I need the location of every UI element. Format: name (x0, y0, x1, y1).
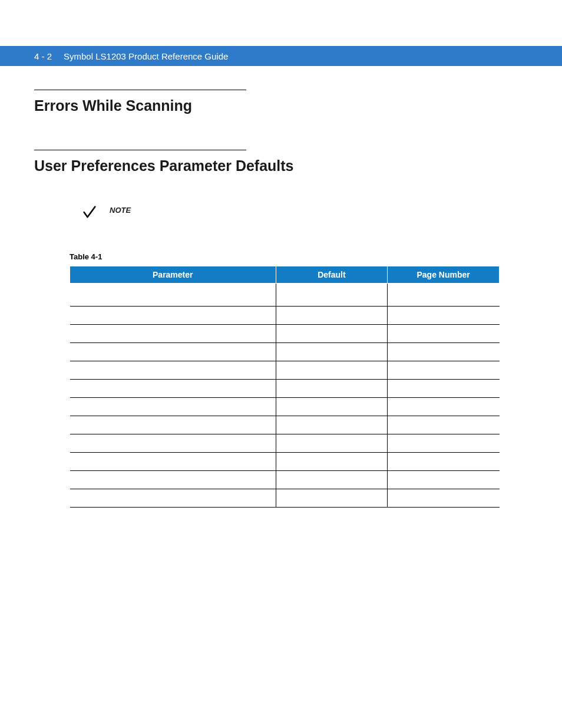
note-block: NOTE (81, 204, 528, 223)
header-title: Symbol LS1203 Product Reference Guide (64, 51, 228, 61)
cell-parameter (70, 453, 276, 471)
cell-page (388, 453, 500, 471)
cell-default (276, 453, 388, 471)
cell-page (388, 434, 500, 453)
cell-default (276, 307, 388, 325)
cell-parameter (70, 284, 276, 307)
cell-parameter (70, 380, 276, 398)
table-row (70, 284, 500, 307)
cell-default (276, 343, 388, 361)
cell-page (388, 398, 500, 416)
heading-errors-while-scanning: Errors While Scanning (34, 97, 528, 114)
cell-page (388, 284, 500, 307)
table-row (70, 398, 500, 416)
col-parameter: Parameter (70, 266, 276, 284)
cell-parameter (70, 416, 276, 434)
cell-parameter (70, 434, 276, 453)
table-row (70, 361, 500, 380)
note-label: NOTE (110, 206, 131, 215)
cell-default (276, 284, 388, 307)
cell-parameter (70, 361, 276, 380)
cell-page (388, 307, 500, 325)
cell-page (388, 343, 500, 361)
table-row (70, 307, 500, 325)
cell-parameter (70, 398, 276, 416)
table-row (70, 325, 500, 343)
cell-page (388, 380, 500, 398)
table-row (70, 453, 500, 471)
table-row (70, 343, 500, 361)
cell-parameter (70, 343, 276, 361)
cell-parameter (70, 489, 276, 508)
cell-page (388, 361, 500, 380)
page-header-bar: 4 - 2 Symbol LS1203 Product Reference Gu… (0, 46, 562, 66)
section-rule (34, 150, 246, 150)
parameter-table: Parameter Default Page Number (70, 266, 500, 508)
table-row (70, 416, 500, 434)
table-row (70, 434, 500, 453)
checkmark-icon (81, 204, 98, 223)
page-content: Errors While Scanning User Preferences P… (0, 66, 562, 508)
cell-page (388, 416, 500, 434)
cell-default (276, 489, 388, 508)
table-row (70, 471, 500, 489)
cell-page (388, 325, 500, 343)
col-default: Default (276, 266, 388, 284)
table-header-row: Parameter Default Page Number (70, 266, 500, 284)
table-row (70, 489, 500, 508)
cell-default (276, 434, 388, 453)
cell-default (276, 416, 388, 434)
section-rule (34, 90, 246, 90)
cell-page (388, 489, 500, 508)
cell-default (276, 325, 388, 343)
cell-default (276, 361, 388, 380)
cell-parameter (70, 307, 276, 325)
cell-page (388, 471, 500, 489)
cell-default (276, 398, 388, 416)
cell-default (276, 471, 388, 489)
col-page-number: Page Number (388, 266, 500, 284)
page-number: 4 - 2 (34, 51, 52, 61)
table-caption: Table 4-1 (70, 252, 528, 261)
cell-default (276, 380, 388, 398)
heading-user-preferences: User Preferences Parameter Defaults (34, 157, 528, 174)
cell-parameter (70, 471, 276, 489)
cell-parameter (70, 325, 276, 343)
table-row (70, 380, 500, 398)
